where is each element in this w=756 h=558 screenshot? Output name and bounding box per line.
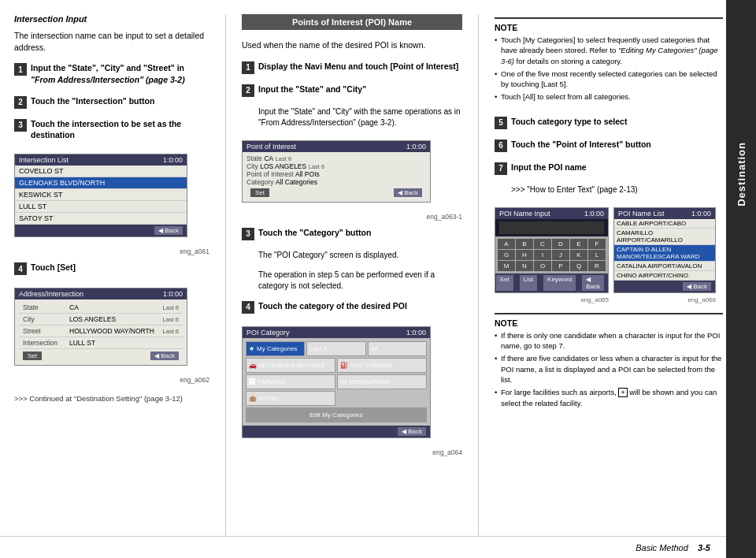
sidebar: Destination bbox=[726, 0, 756, 558]
page-container: Intersection Input The intersection name… bbox=[0, 0, 756, 558]
key-j[interactable]: J bbox=[552, 250, 569, 260]
list-item[interactable]: COVELLO ST bbox=[15, 166, 187, 177]
continued-text: >>> Continued at "Destination Setting" (… bbox=[14, 394, 183, 403]
set-button[interactable]: Set bbox=[23, 352, 42, 360]
mid-step-2: 2 Input the "State" and "City" bbox=[242, 84, 462, 97]
back-button[interactable]: ◀ Back bbox=[683, 282, 711, 291]
intersection-input-title: Intersection Input bbox=[14, 14, 209, 24]
list-item[interactable]: CAMARILLO AIRPORT/CAMARILLO bbox=[614, 229, 715, 245]
parking-icon: 🅿 bbox=[249, 378, 255, 385]
list-item[interactable]: CAPTAIN D ALLEN MANOR/TELESCARA WARD bbox=[614, 245, 715, 262]
poi-name-input-screen: POI Name Input 1:0:00 A B C D E F G bbox=[495, 207, 609, 293]
key-d[interactable]: D bbox=[552, 239, 569, 249]
step-4: 4 Touch [Set] bbox=[14, 262, 209, 275]
key-l[interactable]: L bbox=[588, 250, 606, 260]
bottom-bar: Basic Method 3-5 bbox=[0, 536, 726, 558]
list-item[interactable]: GLENOAKS BLVD/NORTH bbox=[15, 177, 187, 189]
right-column: NOTE Touch [My Categories] to select fre… bbox=[495, 14, 723, 544]
set-button[interactable]: Set bbox=[496, 275, 513, 291]
main-content: Intersection Input The intersection name… bbox=[0, 0, 756, 558]
list-item[interactable]: SATOY ST bbox=[15, 213, 187, 225]
key-g[interactable]: G bbox=[498, 250, 515, 260]
key-h[interactable]: H bbox=[516, 250, 533, 260]
list-item[interactable]: LULL ST bbox=[15, 201, 187, 213]
key-n[interactable]: N bbox=[516, 261, 533, 271]
key-m[interactable]: M bbox=[498, 261, 515, 271]
poi-category-screen: POI Category 1:0:00 ★ My Categories Last… bbox=[242, 326, 431, 438]
back-button[interactable]: ◀ Back bbox=[154, 226, 183, 235]
car-icon: 🚗 bbox=[249, 362, 257, 369]
key-b[interactable]: B bbox=[516, 239, 533, 249]
right-step-7: 7 Input the POI name bbox=[495, 162, 723, 175]
back-button[interactable]: ◀ Back bbox=[150, 352, 179, 360]
star-icon: ★ bbox=[249, 345, 254, 352]
mitsubishi-btn[interactable]: 🚗 MITSUBISHI MOTORS bbox=[246, 358, 335, 373]
all-btn[interactable]: All bbox=[368, 341, 427, 356]
key-f[interactable]: F bbox=[588, 239, 606, 249]
key-c[interactable]: C bbox=[534, 239, 551, 249]
left-column: Intersection Input The intersection name… bbox=[14, 14, 209, 544]
key-k[interactable]: K bbox=[570, 250, 587, 260]
restaurant-icon: 🍽 bbox=[340, 378, 346, 385]
my-categories-btn[interactable]: ★ My Categories bbox=[246, 341, 305, 356]
list-item[interactable]: CHINO AIRPORT/CHINO bbox=[614, 271, 715, 281]
key-q[interactable]: Q bbox=[570, 261, 587, 271]
sidebar-label: Destination bbox=[736, 142, 747, 206]
mid-step-1: 1 Display the Navi Menu and touch [Point… bbox=[242, 61, 462, 74]
set-button[interactable]: Set bbox=[250, 188, 269, 197]
note-box-1: NOTE Touch [My Categories] to select fre… bbox=[495, 17, 723, 105]
address-intersection-screen: Address/Intersection 1:0:00 State CA Las… bbox=[14, 288, 187, 366]
note-box-2: NOTE If there is only one candidate when… bbox=[495, 313, 723, 411]
key-o[interactable]: O bbox=[534, 261, 551, 271]
edit-my-categories-btn[interactable]: Edit My Categories bbox=[246, 407, 427, 422]
back-button[interactable]: ◀ Back bbox=[582, 275, 604, 291]
parking-btn[interactable]: 🅿 PARKING bbox=[246, 374, 335, 389]
hotel-btn[interactable]: 🏨 HOTEL bbox=[246, 391, 335, 406]
key-e[interactable]: E bbox=[570, 239, 587, 249]
key-p[interactable]: P bbox=[552, 261, 569, 271]
step-3: 3 Touch the intersection to be set as th… bbox=[14, 118, 209, 141]
last-5-btn[interactable]: Last 5 bbox=[306, 341, 365, 356]
key-a[interactable]: A bbox=[498, 239, 515, 249]
restaurant-btn[interactable]: 🍽 RESTAURANT bbox=[337, 374, 427, 389]
col-divider-1 bbox=[225, 14, 226, 544]
intersection-list-screen: Intersection List 1:0:00 COVELLO ST GLEN… bbox=[14, 154, 187, 237]
poi-header: Points of Interest (POI) Name bbox=[242, 14, 462, 30]
bottom-page: 3-5 bbox=[698, 543, 710, 552]
list-item[interactable]: CABLE AIRPORT/CABO bbox=[614, 219, 715, 229]
poi-name-input-field[interactable] bbox=[499, 221, 604, 234]
list-item[interactable]: CATALINA AIRPORT/AVALON bbox=[614, 262, 715, 271]
poi-name-list-screen: POI Name List 1:0:00 CABLE AIRPORT/CABO … bbox=[613, 207, 716, 293]
list-item[interactable]: KESWICK ST bbox=[15, 189, 187, 201]
col-divider-2 bbox=[478, 14, 479, 544]
step-1: 1 Input the "State", "City" and "Street"… bbox=[14, 62, 209, 85]
hotel-icon: 🏨 bbox=[249, 395, 257, 402]
back-button[interactable]: ◀ Back bbox=[394, 188, 422, 197]
list-button[interactable]: List bbox=[520, 275, 537, 291]
right-step-6: 6 Touch the "Point of Interest" button bbox=[495, 139, 723, 152]
key-i[interactable]: I bbox=[534, 250, 551, 260]
gas-icon: ⛽ bbox=[340, 362, 348, 369]
back-button[interactable]: ◀ Back bbox=[398, 427, 426, 436]
keyword-button[interactable]: Keyword bbox=[543, 275, 576, 291]
poi-screen: Point of Interest 1:0:00 State CA Last 6… bbox=[242, 140, 431, 203]
gas-station-btn[interactable]: ⛽ GAS STATION bbox=[337, 358, 427, 373]
mid-step-4: 4 Touch the category of the desired POI bbox=[242, 300, 462, 314]
step-2: 2 Touch the "Intersection" button bbox=[14, 95, 209, 109]
mid-column: Points of Interest (POI) Name Used when … bbox=[242, 14, 462, 544]
right-step-5: 5 Touch category type to select bbox=[495, 116, 723, 129]
mid-step-3: 3 Touch the "Category" button bbox=[242, 227, 462, 240]
poi-name-area: POI Name Input 1:0:00 A B C D E F G bbox=[495, 204, 723, 303]
key-r[interactable]: R bbox=[588, 261, 606, 271]
bottom-label: Basic Method bbox=[636, 543, 688, 552]
intro-text: Used when the name of the desired POI is… bbox=[242, 40, 425, 50]
